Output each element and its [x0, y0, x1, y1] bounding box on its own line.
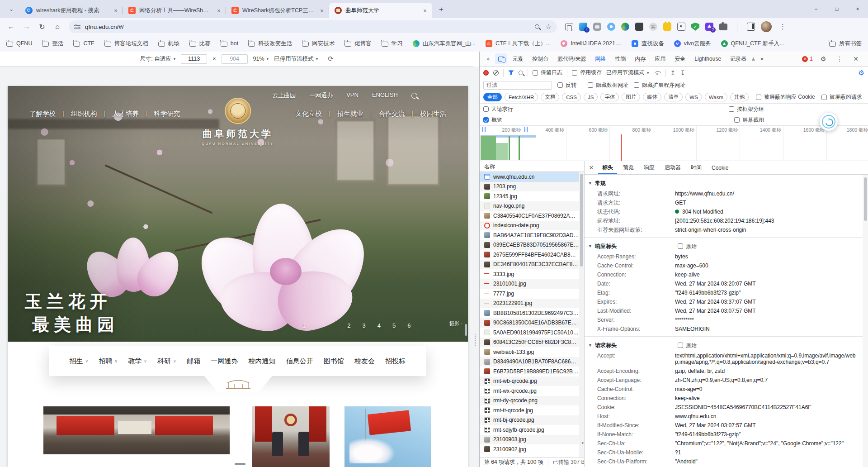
- maximize-button[interactable]: □: [826, 6, 847, 12]
- record-button[interactable]: [483, 70, 489, 76]
- cat-extension-icon[interactable]: [663, 23, 671, 31]
- hide-data-urls-checkbox[interactable]: 隐藏数据网址: [588, 81, 628, 89]
- big-request-rows-checkbox[interactable]: 大请求行: [483, 105, 513, 113]
- bookmark-item[interactable]: QFNU_CTF 新手入...: [721, 40, 784, 48]
- devtools-tab[interactable]: 元素: [508, 52, 528, 66]
- table-row[interactable]: 23101001.jpg: [480, 279, 579, 289]
- flower-extension-icon[interactable]: [607, 23, 615, 31]
- site-info-icon[interactable]: [74, 24, 80, 29]
- bookmark-item[interactable]: 科技改变生活: [248, 40, 292, 48]
- nav-link[interactable]: 文化立校: [296, 110, 322, 118]
- site-menu-item[interactable]: 招生 ∨: [70, 357, 89, 366]
- devtools-tab[interactable]: 安全: [670, 52, 690, 66]
- table-row[interactable]: 039EC4EB7B83D70519565867E9B_...: [480, 240, 579, 250]
- devtools-close-icon[interactable]: ✕: [850, 53, 862, 64]
- table-row[interactable]: E6B73D5BF19B889ED1E6C92BF08_...: [480, 367, 579, 376]
- devtools-tab[interactable]: 记录器: [726, 52, 751, 66]
- request-type-chip[interactable]: 字体: [600, 93, 619, 101]
- bookmark-item[interactable]: C CTF工具下载（上）...: [486, 40, 551, 48]
- raw-toggle-checkbox[interactable]: 原始: [678, 342, 697, 349]
- bookmark-item[interactable]: IntelliJ IDEA 2021....: [561, 40, 622, 47]
- detail-scrollbar[interactable]: [863, 175, 868, 467]
- group-by-frame-checkbox[interactable]: 按框架分组: [729, 105, 764, 113]
- scrollbar-thumb[interactable]: [580, 174, 583, 267]
- tab-close-icon[interactable]: ×: [112, 7, 119, 14]
- general-section-header[interactable]: ▼ 常规: [585, 177, 863, 189]
- sphere-extension-icon[interactable]: [621, 23, 629, 31]
- inspect-element-icon[interactable]: ⌖: [482, 53, 494, 64]
- quick-link[interactable]: 一网通办: [309, 91, 333, 100]
- tab-search-button[interactable]: ⌄: [4, 1, 19, 17]
- table-row[interactable]: 608413C250FCC85F682DF3C853D_...: [480, 338, 579, 348]
- extensions-puzzle-icon[interactable]: [719, 24, 727, 30]
- floating-assistant-widget[interactable]: [820, 113, 838, 131]
- request-type-chip[interactable]: Fetch/XHR: [505, 93, 538, 101]
- pagination-dot[interactable]: 5: [392, 322, 396, 329]
- forward-button[interactable]: →: [20, 20, 33, 33]
- scroll-down-arrow-icon[interactable]: ▾: [581, 441, 584, 445]
- table-row[interactable]: rmt-wx-qrcode.jpg: [480, 386, 579, 396]
- table-row[interactable]: 12345.jpg: [480, 191, 579, 201]
- profile-avatar[interactable]: [761, 21, 772, 32]
- viewport-height-input[interactable]: [222, 54, 248, 64]
- network-throttling-dropdown[interactable]: 已停用节流模式▾: [606, 69, 649, 76]
- site-menu-item[interactable]: 招投标 ∨: [385, 357, 406, 366]
- new-tab-button[interactable]: +: [435, 3, 448, 16]
- quick-link[interactable]: 云上曲园: [272, 91, 296, 100]
- bookmark-item[interactable]: 网安技术: [302, 40, 335, 48]
- request-headers-section-header[interactable]: ▼ 请求标头 原始: [585, 339, 863, 351]
- nav-link[interactable]: 科学研究: [139, 110, 180, 118]
- devtools-tab[interactable]: 控制台: [528, 52, 553, 66]
- quick-link[interactable]: VPN: [346, 91, 359, 100]
- bookmark-item[interactable]: V vivo云服务: [674, 40, 711, 48]
- table-row[interactable]: rmt-sdjyfb-qrcode.jpg: [480, 425, 579, 435]
- all-bookmarks-button[interactable]: 所有书签: [829, 40, 862, 48]
- response-headers-section-header[interactable]: ▼ 响应标头 原始: [585, 240, 863, 252]
- university-logo[interactable]: 曲阜师范大学 QUFU NORMAL UNIVERSITY: [202, 98, 274, 146]
- devtools-resize-handle[interactable]: [475, 334, 476, 346]
- site-menu-item[interactable]: 科研 ∨: [157, 357, 176, 366]
- overview-checkbox[interactable]: 概览: [483, 116, 502, 124]
- bookmark-item[interactable]: CTF: [73, 40, 94, 47]
- request-list-scrollbar[interactable]: ▾: [579, 172, 584, 457]
- browser-tab[interactable]: C WireShark抓包分析TCP三次握 ×: [226, 3, 329, 18]
- reload-button[interactable]: ↻: [35, 20, 49, 33]
- site-menu-item[interactable]: 教学 ∨: [128, 357, 147, 366]
- network-conditions-icon[interactable]: [654, 71, 661, 75]
- blocked-filter-checkbox[interactable]: 被屏蔽的响应 Cookie: [756, 93, 815, 101]
- request-type-chip[interactable]: WS: [685, 93, 702, 101]
- news-photo-conference[interactable]: [43, 406, 230, 454]
- request-type-chip[interactable]: 清单: [664, 93, 683, 101]
- browser-tab[interactable]: wireshark使用教程 - 搜索 ×: [20, 3, 123, 18]
- more-tabs-button[interactable]: »: [756, 52, 768, 66]
- request-type-chip[interactable]: 其他: [730, 93, 749, 101]
- nav-link[interactable]: 校园生活: [405, 110, 446, 118]
- detail-tab[interactable]: Cookie: [708, 161, 732, 174]
- news-photo-flag[interactable]: [344, 406, 431, 467]
- site-menu-item[interactable]: 校内通知 ∨: [248, 357, 275, 366]
- table-row[interactable]: rmt-tt-qrcode.jpg: [480, 405, 579, 415]
- request-type-chip[interactable]: 图片: [622, 93, 640, 101]
- network-filter-input[interactable]: [483, 81, 552, 90]
- table-row[interactable]: 1203.png: [480, 182, 579, 192]
- nav-link[interactable]: 了解学校: [29, 110, 56, 118]
- table-row[interactable]: 23100902.jpg: [480, 444, 579, 454]
- pagination-dot[interactable]: 2: [347, 322, 350, 329]
- devtools-settings-icon[interactable]: ⚙: [817, 53, 829, 64]
- bookmark-item[interactable]: 博客论坛文档: [104, 40, 148, 48]
- site-menu-item[interactable]: 邮箱 ∨: [187, 357, 200, 366]
- nav-link[interactable]: 组织机构: [56, 110, 97, 118]
- disable-cache-checkbox[interactable]: 停用缓存: [572, 69, 602, 76]
- error-badge[interactable]: ✕ 1: [802, 56, 813, 62]
- table-row[interactable]: rmt-dy-qrcode.png: [480, 396, 579, 406]
- browser-tab[interactable]: 曲阜师范大学 ×: [329, 3, 432, 18]
- device-toolbar-icon[interactable]: [495, 53, 507, 64]
- table-row[interactable]: 5A0AED90181994975F1C50A1027_...: [480, 328, 579, 338]
- site-search-icon[interactable]: [411, 93, 417, 99]
- site-menu-item[interactable]: 图书馆 ∨: [324, 357, 344, 366]
- request-type-chip[interactable]: 文档: [541, 93, 559, 101]
- search-icon[interactable]: [535, 24, 539, 29]
- site-menu-item[interactable]: 招聘 ∨: [99, 357, 118, 366]
- screenshots-checkbox[interactable]: 屏幕截图: [734, 116, 764, 124]
- request-type-chip[interactable]: Wasm: [705, 93, 727, 101]
